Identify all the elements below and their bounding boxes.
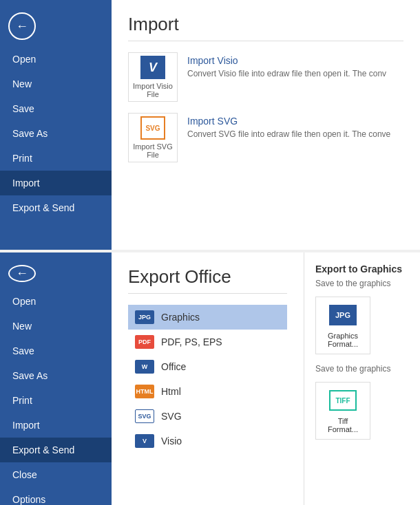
bottom-sidebar-item-import[interactable]: Import [0,413,112,438]
top-sidebar-item-import[interactable]: Import [0,171,112,195]
import-visio-desc: Convert Visio file into edraw file then … [187,69,386,78]
jpg-card-icon-label: JPG [329,305,357,325]
jpg-icon: JPG [135,310,154,324]
export-office-title: Export Office [128,266,287,294]
export-list-item-html[interactable]: HTML Html [128,379,287,404]
import-visio-item[interactable]: V Import VisioFile Import Visio Convert … [128,52,403,102]
import-svg-icon-box: SVG Import SVGFile [128,113,178,162]
export-list-item-pdf[interactable]: PDF PDF, PS, EPS [128,330,287,354]
import-svg-box-label: Import SVGFile [133,142,172,159]
visio-icon: V [140,56,165,79]
jpg-card-icon: JPG [328,303,358,327]
tiff-format-label: TiffFormat... [328,417,358,433]
export-main: Export Office JPG Graphics PDF PDF, PS, … [112,252,420,505]
top-sidebar-item-print[interactable]: Print [0,146,112,171]
graphics-format-card[interactable]: JPG GraphicsFormat... [315,297,370,354]
import-visio-info: Import Visio Convert Visio file into edr… [187,52,386,78]
import-svg-title: Import SVG [187,116,390,127]
bottom-sidebar-item-print[interactable]: Print [0,388,112,413]
export-list-item-visio[interactable]: V Visio [128,429,287,453]
export-graphics-desc1: Save to the graphics [315,279,409,288]
bottom-sidebar-item-open[interactable]: Open [0,289,112,314]
import-visio-box-label: Import VisioFile [133,82,173,98]
export-list-item-office[interactable]: W Office [128,354,287,379]
import-title: Import [128,14,403,41]
export-graphics-desc2: Save to the graphics [315,364,409,374]
graphics-format-label: GraphicsFormat... [328,332,358,348]
tiff-format-card[interactable]: TIFF TiffFormat... [315,382,370,440]
export-left-panel: Export Office JPG Graphics PDF PDF, PS, … [112,252,304,505]
bottom-back-button[interactable]: ← [8,265,36,282]
bottom-sidebar-item-saveas[interactable]: Save As [0,363,112,388]
export-pdf-label: PDF, PS, EPS [161,336,222,347]
svg-icon: SVG [140,116,165,140]
import-svg-item[interactable]: SVG Import SVGFile Import SVG Convert SV… [128,113,403,162]
app-wrapper: ← Open New Save Save As Print Import Exp… [0,0,420,505]
import-svg-desc: Convert SVG file into edraw file then op… [187,129,390,139]
word-icon: W [135,360,154,374]
export-office-label: Office [161,361,186,372]
export-list-item-svg[interactable]: SVG SVG [128,404,287,429]
import-visio-icon-box: V Import VisioFile [128,52,178,102]
bottom-sidebar-item-save[interactable]: Save [0,339,112,363]
bottom-sidebar-item-options[interactable]: Options [0,487,112,505]
html-icon: HTML [135,385,154,398]
export-to-graphics-title: Export to Graphics [315,264,409,275]
top-sidebar-item-saveas[interactable]: Save As [0,121,112,146]
export-right-panel: Export to Graphics Save to the graphics … [304,252,420,505]
import-svg-info: Import SVG Convert SVG file into edraw f… [187,113,390,139]
tiff-card-icon: TIFF [328,388,358,413]
export-svg-label: SVG [161,411,182,422]
tiff-card-icon-label: TIFF [329,390,357,411]
top-back-button[interactable]: ← [8,12,36,40]
bottom-sidebar: ← Open New Save Save As Print Import Exp… [0,252,112,505]
top-sidebar-item-export[interactable]: Export & Send [0,195,112,220]
bottom-sidebar-item-new[interactable]: New [0,314,112,339]
top-sidebar-item-open[interactable]: Open [0,47,112,72]
bottom-sidebar-item-export[interactable]: Export & Send [0,438,112,462]
export-graphics-label: Graphics [161,312,200,323]
svg-list-icon: SVG [135,409,154,423]
export-list-item-graphics[interactable]: JPG Graphics [128,305,287,330]
top-sidebar: ← Open New Save Save As Print Import Exp… [0,0,112,250]
top-sidebar-item-save[interactable]: Save [0,96,112,121]
export-visio-label: Visio [161,436,182,447]
export-panel: ← Open New Save Save As Print Import Exp… [0,252,420,505]
import-main: Import V Import VisioFile Import Visio C… [112,0,420,250]
bottom-sidebar-item-close[interactable]: Close [0,462,112,487]
import-panel: ← Open New Save Save As Print Import Exp… [0,0,420,252]
import-visio-title: Import Visio [187,55,386,66]
export-list: JPG Graphics PDF PDF, PS, EPS W [128,305,287,453]
top-sidebar-item-new[interactable]: New [0,72,112,96]
visio-list-icon: V [135,434,154,448]
pdf-icon: PDF [135,335,154,349]
export-html-label: Html [161,386,181,397]
